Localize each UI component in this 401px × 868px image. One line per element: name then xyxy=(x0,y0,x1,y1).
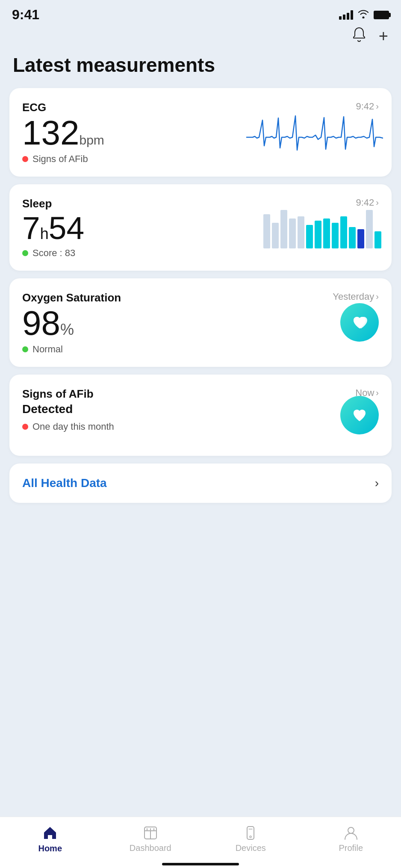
svg-rect-1 xyxy=(272,223,279,248)
svg-rect-9 xyxy=(340,216,347,248)
nav-profile[interactable]: Profile xyxy=(325,825,377,853)
oxygen-heart-icon xyxy=(340,303,379,342)
ecg-time: 9:42 › xyxy=(356,101,379,112)
nav-devices-label: Devices xyxy=(236,843,266,853)
top-actions: + xyxy=(0,26,401,50)
all-health-chevron: › xyxy=(375,476,379,490)
status-icons xyxy=(339,9,389,21)
svg-point-23 xyxy=(348,827,354,833)
afib-title: Signs of AFib xyxy=(22,387,94,401)
nav-devices[interactable]: Devices xyxy=(225,825,276,853)
sleep-card[interactable]: Sleep 9:42 › 7h54 Score : 83 xyxy=(9,184,392,271)
afib-heart-icon xyxy=(340,396,379,434)
sleep-status-dot xyxy=(22,250,28,256)
oxygen-chevron: › xyxy=(376,292,379,301)
bottom-nav: Home Dashboard Devices Profile xyxy=(0,817,401,858)
home-indicator xyxy=(0,858,401,868)
afib-status-dot xyxy=(22,424,28,430)
add-icon[interactable]: + xyxy=(379,27,388,45)
ecg-card[interactable]: ECG 9:42 › 132bpm Signs of AFib xyxy=(9,88,392,177)
afib-card-header: Signs of AFib Now › xyxy=(22,387,379,401)
sleep-title: Sleep xyxy=(22,197,52,210)
oxygen-time: Yesterday › xyxy=(333,291,379,302)
svg-rect-3 xyxy=(289,218,296,248)
all-health-data-card[interactable]: All Health Data › xyxy=(9,464,392,503)
svg-rect-7 xyxy=(323,218,330,248)
oxygen-card-header: Oxygen Saturation Yesterday › xyxy=(22,291,379,304)
afib-card[interactable]: Signs of AFib Now › Detected One day thi… xyxy=(9,375,392,456)
svg-point-21 xyxy=(250,836,251,838)
ecg-title: ECG xyxy=(22,101,46,114)
all-health-title: All Health Data xyxy=(22,476,107,490)
afib-detected: Detected xyxy=(22,402,379,416)
svg-rect-4 xyxy=(298,216,304,248)
svg-rect-6 xyxy=(315,221,321,248)
status-bar: 9:41 xyxy=(0,0,401,26)
home-indicator-bar xyxy=(162,863,239,865)
nav-home-label: Home xyxy=(38,844,62,853)
cards-container: ECG 9:42 › 132bpm Signs of AFib Sleep 9:… xyxy=(0,88,401,654)
profile-icon xyxy=(343,825,359,841)
devices-icon xyxy=(243,825,258,841)
nav-dashboard-label: Dashboard xyxy=(130,843,171,853)
oxygen-status-dot xyxy=(22,346,28,352)
svg-rect-5 xyxy=(306,225,313,248)
svg-rect-13 xyxy=(374,231,381,248)
oxygen-status: Normal xyxy=(22,344,379,355)
nav-dashboard[interactable]: Dashboard xyxy=(125,825,176,853)
svg-rect-0 xyxy=(263,214,270,248)
page-title: Latest measurements xyxy=(0,50,401,88)
ecg-chevron: › xyxy=(376,101,379,111)
svg-rect-11 xyxy=(357,229,364,248)
oxygen-title: Oxygen Saturation xyxy=(22,291,121,304)
dashboard-icon xyxy=(143,825,158,841)
afib-chevron: › xyxy=(376,388,379,398)
signal-icon xyxy=(339,10,353,20)
nav-home[interactable]: Home xyxy=(24,825,76,853)
ecg-status: Signs of AFib xyxy=(22,154,379,165)
battery-icon xyxy=(374,11,389,19)
ecg-chart xyxy=(246,112,383,154)
ecg-status-dot xyxy=(22,156,28,162)
home-icon xyxy=(42,825,58,841)
oxygen-card[interactable]: Oxygen Saturation Yesterday › 98% Normal xyxy=(9,278,392,367)
nav-profile-label: Profile xyxy=(339,843,363,853)
svg-rect-8 xyxy=(332,223,339,248)
svg-rect-12 xyxy=(366,210,373,248)
wifi-icon xyxy=(357,9,369,21)
notification-icon[interactable] xyxy=(351,26,367,46)
svg-rect-10 xyxy=(349,227,356,248)
svg-rect-2 xyxy=(280,210,287,248)
sleep-chart xyxy=(263,206,383,257)
oxygen-value: 98% xyxy=(22,306,379,340)
afib-status: One day this month xyxy=(22,421,379,432)
status-time: 9:41 xyxy=(12,7,39,23)
